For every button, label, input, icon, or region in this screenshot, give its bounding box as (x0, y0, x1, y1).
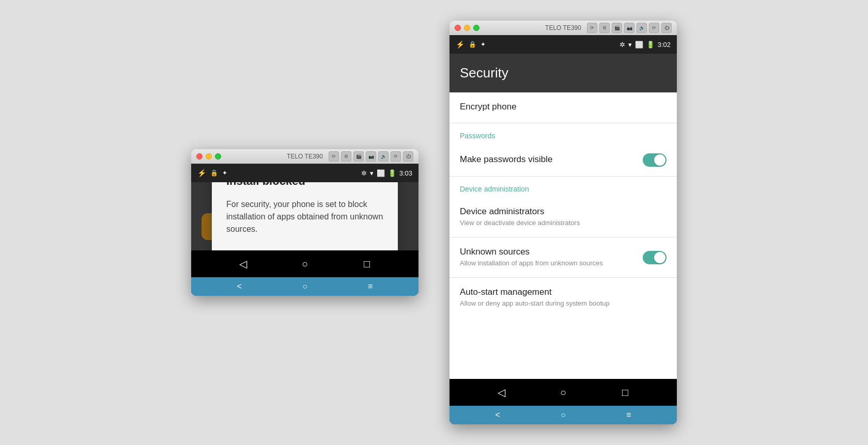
left-phone-content: Z Zello Install blocked For security, yo… (191, 182, 419, 250)
passwords-visible-title: Make passwords visible (460, 154, 553, 165)
right-tb-icon5[interactable]: 🔊 (637, 23, 647, 33)
security-header: Security (450, 54, 677, 92)
right-home-nav-icon[interactable]: ○ (555, 387, 571, 399)
autostart-title: Auto-start management (460, 287, 610, 297)
right-tb-icon3[interactable]: 🎬 (612, 23, 622, 33)
left-tb-icon4[interactable]: 📷 (366, 151, 376, 162)
lock-icon: 🔒 (210, 169, 218, 177)
left-maximize-button[interactable] (215, 153, 221, 160)
right-titlebar-icons: ⟳ ⚙ 🎬 📷 🔊 ⟳ ⏻ (587, 23, 672, 33)
left-minimize-button[interactable] (206, 153, 212, 160)
star-icon: ✦ (222, 169, 227, 177)
left-phone-frame: ⚡ 🔒 ✦ ✲ ▾ ⬜ 🔋 3:03 Z Zello (191, 164, 419, 296)
left-tb-icon5[interactable]: 🔊 (378, 151, 389, 162)
bluetooth-icon: ✲ (361, 169, 367, 177)
passwords-visible-toggle[interactable] (643, 153, 667, 167)
unknown-sources-subtitle: Allow installation of apps from unknown … (460, 259, 603, 268)
right-tb-icon6[interactable]: ⟳ (649, 23, 659, 33)
left-titlebar: TELO TE390 ⟳ ⚙ 🎬 📷 🔊 ⟳ ⏻ (191, 149, 419, 164)
right-star-icon: ✦ (481, 41, 486, 48)
right-bluetooth-icon: ✲ (619, 41, 625, 49)
right-tb-icon1[interactable]: ⟳ (587, 23, 597, 33)
left-window-title: TELO TE390 (287, 153, 323, 160)
right-phone-content: Security Encrypt phone Passwords Make pa… (450, 54, 677, 379)
right-statusbar: ⚡ 🔒 ✦ ✲ ▾ ⬜ 🔋 3:02 (450, 35, 677, 54)
left-telo-menu[interactable]: ≡ (368, 282, 373, 291)
dialog-body: For security, your phone is set to block… (226, 198, 383, 235)
unknown-sources-title: Unknown sources (460, 247, 603, 257)
right-wifi-icon: ▾ (628, 41, 632, 49)
left-time: 3:03 (399, 169, 412, 177)
wifi-icon: ▾ (370, 169, 374, 177)
left-close-button[interactable] (196, 153, 203, 160)
left-telo-back[interactable]: < (237, 282, 242, 291)
autostart-text: Auto-start management Allow or deny app … (460, 287, 610, 308)
encrypt-phone-title: Encrypt phone (460, 102, 517, 112)
device-admin-title: Device administrators (460, 206, 580, 217)
install-blocked-dialog: Install blocked For security, your phone… (212, 182, 398, 250)
unknown-sources-item[interactable]: Unknown sources Allow installation of ap… (450, 237, 677, 278)
device-admin-section-label: Device administration (450, 177, 677, 197)
left-titlebar-icons: ⟳ ⚙ 🎬 📷 🔊 ⟳ ⏻ (329, 151, 413, 162)
unknown-sources-text: Unknown sources Allow installation of ap… (460, 247, 603, 268)
autostart-subtitle: Allow or deny app auto-start during syst… (460, 299, 610, 308)
right-minimize-button[interactable] (464, 25, 470, 31)
right-tb-icon7[interactable]: ⏻ (661, 23, 672, 33)
device-admin-subtitle: View or deactivate device administrators (460, 218, 580, 228)
passwords-visible-text: Make passwords visible (460, 154, 553, 166)
right-titlebar: TELO TE390 ⟳ ⚙ 🎬 📷 🔊 ⟳ ⏻ (450, 21, 677, 35)
right-window-title: TELO TE390 (545, 24, 581, 31)
left-phone-navbar: ◁ ○ □ (191, 250, 419, 277)
passwords-visible-item[interactable]: Make passwords visible (450, 144, 677, 177)
right-tb-icon4[interactable]: 📷 (624, 23, 634, 33)
dialog-title: Install blocked (226, 182, 383, 188)
left-recents-nav-icon[interactable]: □ (359, 258, 375, 270)
right-recents-nav-icon[interactable]: □ (617, 387, 633, 399)
right-statusbar-right: ✲ ▾ ⬜ 🔋 3:02 (619, 41, 671, 49)
left-mac-window: TELO TE390 ⟳ ⚙ 🎬 📷 🔊 ⟳ ⏻ ⚡ 🔒 ✦ ✲ ▾ ⬜ 🔋 (191, 149, 419, 296)
dialog-overlay: Install blocked For security, your phone… (191, 182, 419, 250)
right-telo-back[interactable]: < (495, 410, 500, 420)
left-telo-home[interactable]: ○ (302, 282, 307, 291)
left-statusbar: ⚡ 🔒 ✦ ✲ ▾ ⬜ 🔋 3:03 (191, 164, 419, 182)
right-back-nav-icon[interactable]: ◁ (493, 386, 509, 399)
security-title: Security (460, 65, 508, 81)
left-back-nav-icon[interactable]: ◁ (235, 258, 251, 270)
autostart-item[interactable]: Auto-start management Allow or deny app … (450, 278, 677, 317)
settings-list: Encrypt phone Passwords Make passwords v… (450, 92, 677, 379)
device-admin-text: Device administrators View or deactivate… (460, 206, 580, 228)
right-battery-icon: 🔋 (646, 41, 655, 49)
right-signal-icon: ⬜ (635, 41, 643, 49)
left-statusbar-left: ⚡ 🔒 ✦ (197, 169, 227, 177)
right-tb-icon2[interactable]: ⚙ (599, 23, 610, 33)
left-statusbar-right: ✲ ▾ ⬜ 🔋 3:03 (361, 169, 412, 177)
encrypt-phone-text: Encrypt phone (460, 102, 517, 114)
right-telo-menu[interactable]: ≡ (626, 410, 631, 420)
usb-icon: ⚡ (197, 169, 206, 177)
left-tb-icon6[interactable]: ⟳ (391, 151, 401, 162)
right-mac-window: TELO TE390 ⟳ ⚙ 🎬 📷 🔊 ⟳ ⏻ ⚡ 🔒 ✦ ✲ ▾ ⬜ 🔋 (450, 21, 677, 424)
left-tb-icon1[interactable]: ⟳ (329, 151, 339, 162)
right-phone-navbar: ◁ ○ □ (450, 379, 677, 406)
left-tb-icon7[interactable]: ⏻ (403, 151, 413, 162)
right-lock-icon: 🔒 (469, 41, 476, 48)
right-time: 3:02 (658, 41, 671, 49)
unknown-sources-toggle[interactable] (643, 251, 667, 264)
left-tb-icon3[interactable]: 🎬 (353, 151, 364, 162)
encrypt-phone-item[interactable]: Encrypt phone (450, 92, 677, 123)
right-close-button[interactable] (455, 25, 461, 31)
right-maximize-button[interactable] (473, 25, 479, 31)
left-home-nav-icon[interactable]: ○ (297, 258, 313, 270)
device-admin-item[interactable]: Device administrators View or deactivate… (450, 197, 677, 237)
left-tb-icon2[interactable]: ⚙ (341, 151, 351, 162)
right-usb-icon: ⚡ (456, 40, 464, 49)
right-telo-home[interactable]: ○ (561, 410, 566, 420)
left-telo-toolbar: < ○ ≡ (191, 277, 419, 296)
signal-icon: ⬜ (377, 169, 385, 177)
right-statusbar-left: ⚡ 🔒 ✦ (456, 40, 486, 49)
passwords-section-label: Passwords (450, 123, 677, 144)
right-phone-frame: ⚡ 🔒 ✦ ✲ ▾ ⬜ 🔋 3:02 Security (450, 35, 677, 424)
battery-icon: 🔋 (388, 169, 396, 177)
right-telo-toolbar: < ○ ≡ (450, 406, 677, 424)
